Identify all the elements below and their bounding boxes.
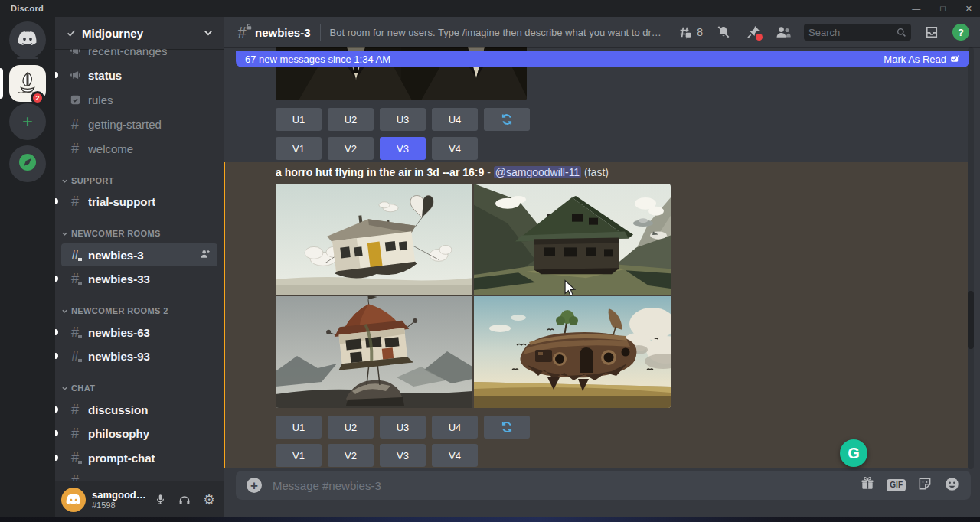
close-button[interactable]: ✕: [965, 0, 972, 17]
add-server-button[interactable]: +: [9, 103, 46, 140]
search-icon: [897, 28, 906, 38]
unread-pill: [55, 406, 58, 413]
search-placeholder: Search: [808, 27, 897, 38]
u3-button[interactable]: U3: [380, 108, 426, 131]
chat-scrollbar-thumb[interactable]: [968, 291, 974, 349]
u4-button[interactable]: U4: [432, 416, 478, 439]
hash-chat-icon: #: [67, 450, 83, 465]
message-composer[interactable]: + Message #newbies-3 GIF: [236, 471, 971, 500]
maximize-button[interactable]: □: [940, 0, 946, 17]
u2-button[interactable]: U2: [328, 108, 374, 131]
u3-button[interactable]: U3: [380, 416, 426, 439]
category-chat[interactable]: CHAT: [61, 382, 217, 394]
user-mention[interactable]: @samgoodwill-11: [494, 166, 581, 178]
server-name: Midjourney: [82, 27, 204, 40]
channel-prompt-chat[interactable]: # prompt-chat: [61, 446, 217, 469]
app-title: Discord: [11, 4, 44, 13]
user-area: samgoodw... #1598 ⚙: [55, 481, 224, 517]
channel-discussion[interactable]: # discussion: [61, 398, 217, 421]
mark-read-icon: [950, 54, 960, 64]
v3-button-selected[interactable]: V3: [380, 137, 426, 160]
user-discriminator: #1598: [92, 501, 152, 510]
inbox-icon[interactable]: [923, 23, 941, 41]
search-input[interactable]: Search: [804, 24, 911, 41]
channel-getting-started[interactable]: # getting-started: [61, 113, 217, 135]
chevron-down-icon: [61, 308, 68, 315]
sticker-icon[interactable]: [917, 476, 933, 494]
mark-as-read-button[interactable]: Mark As Read: [884, 54, 960, 65]
hash-icon: #: [67, 116, 83, 132]
u2-button[interactable]: U2: [328, 416, 374, 439]
hash-icon: #: [67, 141, 83, 156]
channel-newbies-93[interactable]: # newbies-93: [61, 344, 217, 367]
channel-newbies-33[interactable]: # newbies-33: [61, 267, 217, 290]
channel-partial[interactable]: #: [61, 469, 217, 481]
u1-button[interactable]: U1: [276, 416, 322, 439]
v2-button[interactable]: V2: [328, 444, 374, 467]
emoji-icon[interactable]: [944, 476, 960, 495]
create-invite-icon[interactable]: [199, 248, 211, 263]
gift-icon[interactable]: [860, 476, 875, 494]
megaphone-icon: [67, 67, 83, 83]
u1-button[interactable]: U1: [276, 108, 322, 131]
home-button[interactable]: [9, 21, 46, 58]
user-avatar[interactable]: [61, 488, 86, 512]
plus-icon: +: [22, 113, 33, 131]
u4-button[interactable]: U4: [432, 108, 478, 131]
v3-button[interactable]: V3: [380, 444, 426, 467]
grid-image-3[interactable]: [276, 296, 472, 408]
explore-servers-button[interactable]: [9, 145, 46, 182]
message2-mention-highlight: a horro hut flying in the air in 3d --ar…: [224, 162, 968, 468]
help-icon[interactable]: ?: [952, 24, 969, 41]
chat-scrollbar-track[interactable]: [968, 47, 974, 469]
grid-image-1[interactable]: [276, 184, 472, 295]
v1-button[interactable]: V1: [276, 444, 322, 467]
gif-picker-icon[interactable]: GIF: [887, 479, 906, 491]
headphones-button[interactable]: [176, 491, 193, 508]
taskbar-edge: [0, 517, 980, 522]
channel-topic[interactable]: Bot room for new users. Type /imagine th…: [330, 27, 667, 38]
unread-pill: [55, 353, 58, 359]
composer-placeholder[interactable]: Message #newbies-3: [273, 479, 849, 492]
chevron-down-icon: [61, 230, 68, 237]
new-messages-banner[interactable]: 67 new messages since 1:34 AM Mark As Re…: [236, 51, 969, 67]
reroll-button[interactable]: [484, 416, 530, 439]
channel-status[interactable]: status: [61, 64, 217, 86]
thread-count: 8: [697, 26, 703, 38]
v2-button[interactable]: V2: [328, 137, 374, 160]
hash-lock-icon: #: [234, 24, 250, 40]
grid-image-4[interactable]: [474, 296, 671, 408]
server-header[interactable]: Midjourney: [55, 17, 224, 49]
channel-trial-support[interactable]: # trial-support: [61, 190, 217, 213]
mic-button[interactable]: [152, 491, 168, 508]
threads-icon[interactable]: [675, 23, 694, 41]
refresh-icon: [501, 113, 513, 126]
channel-newbies-3[interactable]: # newbies-3: [61, 243, 217, 266]
v4-button[interactable]: V4: [432, 444, 478, 467]
attach-plus-icon[interactable]: +: [247, 478, 262, 493]
channel-name: newbies-3: [255, 26, 311, 39]
channel-rules[interactable]: rules: [61, 88, 217, 111]
settings-gear-button[interactable]: ⚙: [201, 491, 217, 508]
v4-button[interactable]: V4: [432, 137, 478, 160]
member-list-icon[interactable]: [774, 23, 792, 41]
category-support[interactable]: SUPPORT: [61, 175, 217, 187]
pinned-messages-icon[interactable]: [744, 23, 763, 41]
hash-chat-icon: #: [67, 348, 83, 364]
v1-button[interactable]: V1: [276, 137, 322, 160]
grammarly-icon[interactable]: G: [840, 439, 867, 467]
category-newcomer-rooms-2[interactable]: NEWCOMER ROOMS 2: [61, 305, 217, 317]
reroll-button[interactable]: [484, 108, 530, 131]
pin-alert-dot: [756, 34, 763, 41]
minimize-button[interactable]: —: [912, 0, 920, 17]
rail-divider: [17, 57, 38, 59]
message2-image-grid[interactable]: [276, 184, 671, 408]
notifications-muted-icon[interactable]: [714, 23, 733, 41]
hash-icon: #: [67, 426, 83, 441]
grid-image-2[interactable]: [474, 184, 671, 295]
category-newcomer-rooms[interactable]: NEWCOMER ROOMS: [61, 227, 217, 240]
channel-welcome[interactable]: # welcome: [61, 137, 217, 160]
user-info[interactable]: samgoodw... #1598: [92, 489, 152, 510]
channel-philosophy[interactable]: # philosophy: [61, 422, 217, 445]
channel-newbies-63[interactable]: # newbies-63: [61, 321, 217, 344]
